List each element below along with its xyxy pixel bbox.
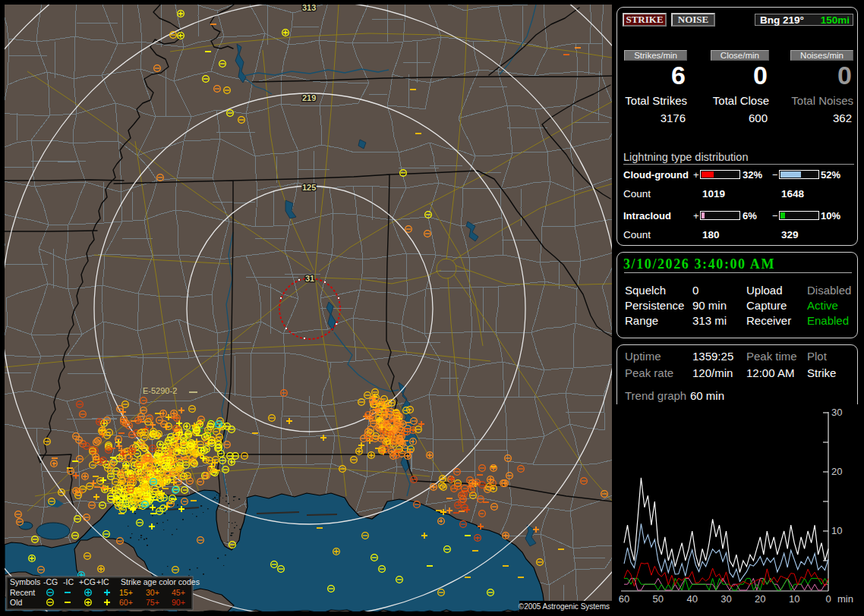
svg-text:-CG: -CG (43, 577, 58, 586)
svg-text:-IC: -IC (63, 577, 74, 586)
svg-text:+IC: +IC (96, 577, 109, 586)
svg-text:60+: 60+ (119, 598, 133, 607)
svg-text:219: 219 (302, 93, 316, 102)
svg-text:©2005 Astrogenic Systems: ©2005 Astrogenic Systems (519, 602, 610, 611)
svg-text:Old: Old (10, 598, 23, 607)
svg-text:Recent: Recent (10, 588, 35, 597)
svg-text:313: 313 (302, 5, 316, 12)
svg-text:30: 30 (721, 593, 731, 605)
svg-text:E-5290-2: E-5290-2 (143, 386, 177, 395)
svg-text:30+: 30+ (146, 588, 159, 597)
svg-text:+CG: +CG (79, 577, 96, 586)
svg-text:90+: 90+ (172, 598, 185, 607)
svg-text:31: 31 (305, 274, 314, 283)
svg-text:10: 10 (789, 593, 799, 605)
svg-text:Strike age color codes: Strike age color codes (121, 577, 200, 586)
svg-text:0: 0 (825, 593, 831, 605)
svg-text:20: 20 (755, 593, 765, 605)
svg-text:30: 30 (831, 407, 842, 418)
svg-text:125: 125 (302, 183, 316, 192)
svg-text:75+: 75+ (146, 598, 159, 607)
svg-text:45+: 45+ (172, 588, 185, 597)
svg-text:50: 50 (653, 593, 664, 605)
svg-text:40: 40 (686, 593, 697, 605)
svg-text:60: 60 (619, 593, 629, 605)
svg-text:Symbols: Symbols (10, 577, 40, 586)
svg-text:20: 20 (831, 466, 842, 477)
svg-text:min: min (837, 593, 853, 605)
svg-text:15+: 15+ (119, 588, 133, 597)
svg-text:10: 10 (831, 525, 842, 536)
